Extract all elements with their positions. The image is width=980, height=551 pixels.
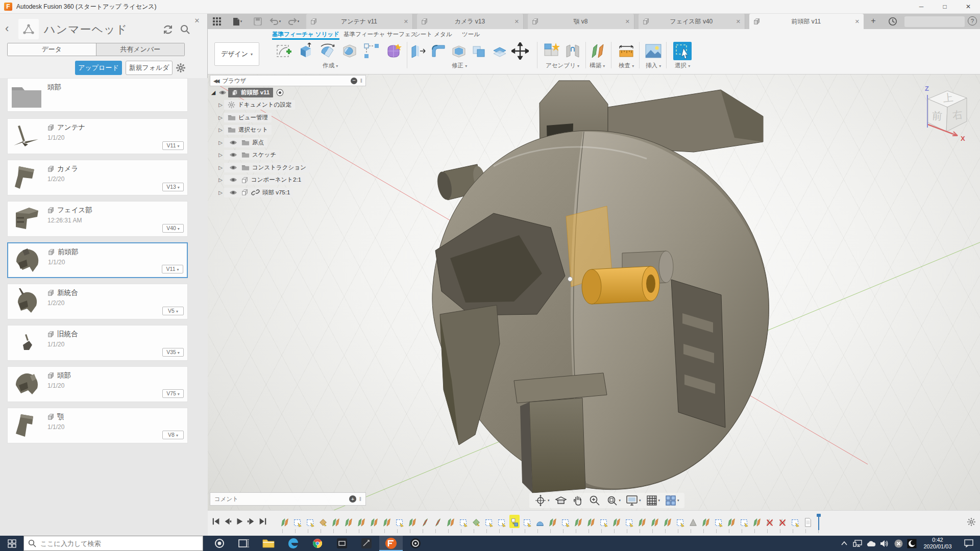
pan-icon[interactable]: [572, 495, 583, 506]
timeline-step-forward-button[interactable]: [246, 516, 256, 527]
timeline-position-marker[interactable]: [818, 514, 819, 530]
create-sketch-button[interactable]: [274, 42, 293, 60]
browser-root-row[interactable]: ◢ 前頭部 v11: [210, 86, 366, 99]
expanded-caret-icon[interactable]: ◢: [210, 89, 217, 96]
timeline-feature-sketch[interactable]: [675, 515, 685, 528]
hole-button[interactable]: [340, 42, 359, 60]
file-menu-icon[interactable]: ▾: [229, 16, 246, 27]
tab-shared-members[interactable]: 共有メンバー: [96, 43, 185, 56]
close-tab-icon[interactable]: ✕: [736, 18, 741, 25]
collapsed-caret-icon[interactable]: ▷: [217, 165, 224, 170]
timeline-go-to-end-button[interactable]: [258, 516, 268, 527]
timeline-feature-sketch[interactable]: [305, 515, 315, 528]
timeline-feature-plane[interactable]: [701, 515, 711, 528]
tray-volume-icon[interactable]: [878, 536, 891, 551]
timeline-feature-sketch[interactable]: [599, 515, 609, 528]
close-tab-icon[interactable]: ✕: [625, 18, 630, 25]
comment-grip[interactable]: ‖: [359, 496, 361, 502]
visibility-eye-icon[interactable]: [229, 140, 237, 145]
data-panel-folder-item[interactable]: 頭部: [7, 78, 188, 112]
taskbar-search-box[interactable]: [23, 536, 203, 551]
ribbon-tab[interactable]: シート メタル: [414, 31, 452, 40]
ribbon-tab[interactable]: 基準フィーチャ ソリッド: [272, 31, 339, 40]
collapsed-caret-icon[interactable]: ▷: [217, 177, 224, 183]
timeline-feature-sketch[interactable]: [497, 515, 507, 528]
back-button[interactable]: ‹: [5, 22, 9, 35]
collapsed-caret-icon[interactable]: ▷: [217, 102, 224, 108]
job-status-clock-icon[interactable]: [888, 17, 897, 26]
timeline-feature-sketch[interactable]: [624, 515, 634, 528]
modify-group-label[interactable]: 修正 ▾: [452, 62, 467, 69]
cortana-icon[interactable]: [208, 536, 231, 551]
project-logo-icon[interactable]: [18, 19, 39, 39]
construct-group-label[interactable]: 構築 ▾: [590, 62, 605, 69]
timeline-feature-slant[interactable]: [420, 515, 430, 528]
app-grid-menu-icon[interactable]: [210, 16, 224, 27]
close-tab-icon[interactable]: ✕: [404, 18, 408, 25]
data-panel-item[interactable]: アンテナ1/1/20V11 ▾: [7, 118, 188, 154]
file-explorer-icon[interactable]: [257, 536, 280, 551]
visibility-eye-icon[interactable]: [218, 90, 227, 95]
timeline-feature-redx[interactable]: [777, 515, 788, 528]
timeline-feature-doc[interactable]: [803, 515, 813, 528]
timeline-feature-redx[interactable]: [765, 515, 775, 528]
document-tab[interactable]: 顎 v8✕: [528, 14, 634, 29]
timeline-feature-plane[interactable]: [726, 515, 737, 528]
data-panel-item[interactable]: 旧統合1/1/20V35 ▾: [7, 325, 188, 361]
media-app-icon[interactable]: [330, 536, 354, 551]
visibility-eye-icon[interactable]: [229, 190, 237, 195]
maximize-button[interactable]: □: [933, 0, 957, 14]
highlighted-cylinder[interactable]: [582, 266, 659, 304]
item-version-dropdown[interactable]: V35 ▾: [162, 348, 184, 357]
timeline-feature-sketch[interactable]: [560, 515, 571, 528]
workspace-selector[interactable]: デザイン▾: [214, 42, 259, 66]
browser-tree-row[interactable]: ▷原点: [210, 136, 366, 149]
refresh-icon[interactable]: [162, 24, 174, 35]
assemble-group-label[interactable]: アセンブリ ▾: [546, 62, 579, 69]
collapsed-caret-icon[interactable]: ▷: [217, 115, 224, 120]
combine-button[interactable]: [470, 42, 488, 60]
close-tab-icon[interactable]: ✕: [855, 18, 860, 25]
timeline-feature-sketch[interactable]: [484, 515, 494, 528]
timeline-feature-plane[interactable]: [382, 515, 392, 528]
close-button[interactable]: ✕: [957, 0, 980, 14]
grid-settings-icon[interactable]: ▾: [646, 495, 660, 506]
document-tab[interactable]: フェイス部 v40✕: [639, 14, 745, 29]
tray-onedrive-icon[interactable]: [865, 536, 877, 551]
timeline-go-to-start-button[interactable]: [211, 516, 221, 527]
new-folder-button[interactable]: 新規フォルダ: [126, 61, 173, 75]
browser-tree-row[interactable]: ▷頭部 v75:1: [210, 186, 366, 199]
notification-center-icon[interactable]: [962, 536, 976, 551]
browser-tree-row[interactable]: ▷ビュー管理: [210, 111, 366, 124]
helmet-model[interactable]: [432, 81, 769, 493]
timeline-step-back-button[interactable]: [223, 516, 233, 527]
account-name-masked[interactable]: [904, 16, 965, 27]
collapsed-caret-icon[interactable]: ▷: [217, 152, 224, 158]
press-pull-button[interactable]: [409, 42, 427, 60]
create-group-label[interactable]: 作成 ▾: [323, 62, 338, 69]
start-button[interactable]: [0, 536, 23, 551]
origin-point[interactable]: [568, 277, 573, 282]
browser-tree-row[interactable]: ▷コンストラクション: [210, 161, 366, 174]
visibility-eye-icon[interactable]: [229, 177, 237, 183]
save-icon[interactable]: [251, 16, 264, 27]
timeline-feature-sketch[interactable]: [790, 515, 800, 528]
joint-button[interactable]: [563, 42, 582, 60]
browser-tree-row[interactable]: ▷ドキュメントの設定: [210, 99, 366, 112]
move-button[interactable]: [511, 42, 529, 60]
viewports-icon[interactable]: ▾: [665, 495, 679, 506]
tray-status-icon[interactable]: [892, 536, 904, 551]
browser-tree-row[interactable]: ▷スケッチ: [210, 149, 366, 162]
item-version-dropdown[interactable]: V5 ▾: [162, 307, 184, 315]
item-version-dropdown[interactable]: V13 ▾: [162, 183, 184, 191]
timeline-feature-sketch[interactable]: [714, 515, 724, 528]
fillet-button[interactable]: [429, 42, 448, 60]
revolve-button[interactable]: [318, 42, 337, 60]
ribbon-tab[interactable]: ツール: [462, 31, 480, 40]
timeline-feature-plane[interactable]: [650, 515, 660, 528]
timeline-feature-plane[interactable]: [573, 515, 583, 528]
timeline-feature-plane[interactable]: [407, 515, 418, 528]
collapsed-caret-icon[interactable]: ▷: [217, 140, 224, 145]
fusion-360-taskbar-icon[interactable]: [379, 536, 403, 551]
insert-image-button[interactable]: [645, 42, 662, 60]
